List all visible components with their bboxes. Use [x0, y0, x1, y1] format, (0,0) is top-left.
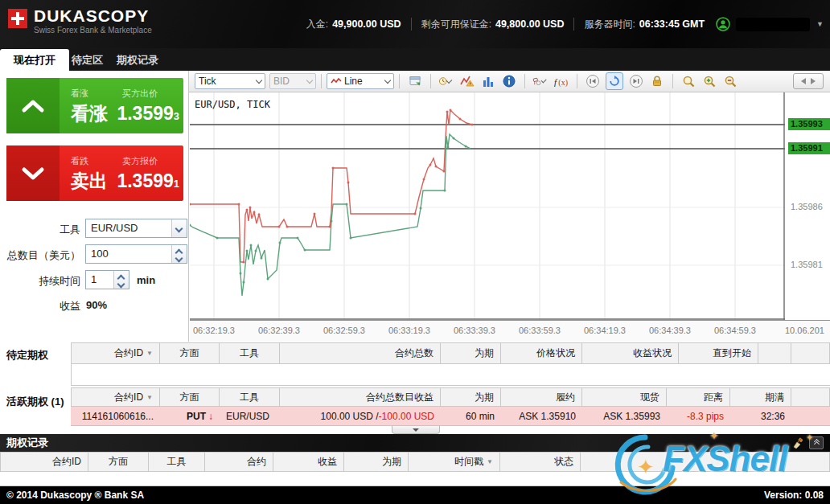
- table-header-cell[interactable]: 为期: [344, 452, 409, 472]
- server-time-value: 06:33:45 GMT: [639, 18, 705, 30]
- skip-back-icon[interactable]: [585, 73, 601, 89]
- clock-icon[interactable]: [438, 73, 454, 89]
- chevron-down-icon[interactable]: ▼: [816, 20, 824, 28]
- table-header-cell[interactable]: 状态: [500, 452, 581, 472]
- records-bar: 期权记录: [0, 434, 830, 452]
- table-header-cell[interactable]: 合约ID▼: [71, 387, 160, 407]
- data-point: [261, 257, 263, 260]
- data-point: [346, 203, 348, 206]
- loop-icon[interactable]: [606, 72, 623, 90]
- zoom-in-icon[interactable]: [701, 73, 717, 89]
- table-header-cell[interactable]: 合约ID▼: [71, 342, 160, 364]
- cell-expiry: 32:36: [730, 407, 791, 426]
- fx-icon[interactable]: f(x): [553, 73, 569, 89]
- new-window-icon[interactable]: [407, 73, 423, 89]
- period-select[interactable]: Tick: [195, 73, 265, 89]
- skip-forward-icon[interactable]: [628, 73, 644, 89]
- table-header-cell[interactable]: 期满: [730, 387, 791, 407]
- clear-icon[interactable]: [791, 437, 804, 449]
- chart-toolbar: Tick BID Line f(x): [189, 71, 830, 92]
- data-point: [423, 178, 425, 181]
- table-header-cell[interactable]: 直到开始: [679, 342, 758, 364]
- scroll-right-icon[interactable]: [811, 78, 816, 84]
- data-point: [243, 261, 245, 264]
- tab-option-records[interactable]: 期权记录: [103, 49, 172, 71]
- user-icon: [716, 17, 730, 31]
- duration-input[interactable]: 1: [85, 270, 129, 289]
- instrument-label: 工具: [0, 223, 80, 237]
- axis-time-label: 06:33:19.3: [376, 326, 443, 335]
- table-header-cell[interactable]: 合约总数目收益: [280, 387, 441, 407]
- data-point: [246, 250, 249, 252]
- table-header-cell[interactable]: 履约: [501, 387, 582, 407]
- chart-plot[interactable]: EUR/USD, TICK 1.359931.359911.359861.359…: [190, 92, 830, 320]
- payout-label: 收益: [0, 299, 80, 313]
- chevron-down-icon[interactable]: [171, 219, 187, 237]
- zoom-out-icon[interactable]: [722, 73, 738, 89]
- chart-type-select[interactable]: Line: [327, 73, 394, 89]
- duration-label: 持续时间: [0, 274, 80, 289]
- table-header-cell[interactable]: 距离: [667, 387, 730, 407]
- table-collapse-handle[interactable]: [392, 426, 440, 434]
- duration-stepper[interactable]: [113, 271, 129, 289]
- call-price-sub: 3: [174, 110, 179, 122]
- data-point: [255, 250, 257, 252]
- table-header-cell: [758, 342, 791, 364]
- axis-time-label: 06:34:39.3: [636, 326, 704, 335]
- current-price-label: 1.35993: [788, 118, 830, 130]
- axis-time-label: 06:32:59.3: [310, 326, 378, 335]
- chevron-up-icon: [6, 78, 60, 133]
- table-header-cell[interactable]: 合约ID: [0, 452, 88, 472]
- bar-chart-icon[interactable]: [480, 73, 496, 89]
- cell-amount-payout: 100.00 USD / -100.00 USD: [280, 407, 441, 426]
- zoom-original-icon[interactable]: [680, 73, 696, 89]
- table-header-cell[interactable]: 现货: [582, 387, 667, 407]
- toolbar-divider: [577, 74, 577, 88]
- call-price: 1.3599: [117, 103, 173, 125]
- pending-table-empty-row: [71, 364, 830, 386]
- amount-input[interactable]: 100: [85, 244, 187, 264]
- axis-price-label: 1.35981: [788, 259, 830, 271]
- dukascopy-logo: DUKASCOPY Swiss Forex Bank & Marketplace: [8, 7, 152, 35]
- active-option-row[interactable]: 114161060616...PUT↓EUR/USD100.00 USD / -…: [71, 407, 830, 426]
- lock-icon[interactable]: [649, 73, 665, 89]
- table-header-cell[interactable]: 工具: [220, 387, 280, 407]
- scroll-left-icon[interactable]: [801, 78, 806, 84]
- pending-section-title: 待定期权: [6, 348, 48, 363]
- table-header-cell[interactable]: 工具: [220, 342, 280, 364]
- side-select[interactable]: BID: [269, 73, 316, 89]
- chart-alert-icon[interactable]: [459, 73, 475, 89]
- table-header-cell[interactable]: 方面: [160, 387, 220, 407]
- redacted-username[interactable]: [736, 18, 810, 31]
- divider: [411, 18, 412, 31]
- data-point: [453, 137, 455, 140]
- chart-x-axis: 06:32:19.306:32:39.306:32:59.306:33:19.3…: [190, 320, 830, 342]
- put-button[interactable]: 看跌 卖方报价 卖出 1.3599 1: [6, 145, 183, 201]
- table-header-cell[interactable]: 方面: [88, 452, 149, 472]
- shapes-icon[interactable]: [532, 73, 549, 89]
- table-header-cell[interactable]: 收益: [273, 452, 344, 472]
- table-header-cell[interactable]: 时间戳▼: [409, 452, 500, 472]
- table-header-cell[interactable]: 工具: [149, 452, 205, 472]
- data-point: [332, 167, 335, 170]
- table-header-cell[interactable]: 合约: [205, 452, 273, 472]
- info-icon[interactable]: [501, 73, 517, 89]
- table-header-cell[interactable]: 价格状况: [501, 342, 582, 364]
- chart-scroll-buttons[interactable]: [793, 73, 824, 89]
- data-point: [249, 207, 252, 209]
- data-point: [238, 203, 240, 206]
- version-text: Version: 0.08: [764, 490, 824, 501]
- table-header-cell[interactable]: 为期: [441, 387, 501, 407]
- data-point: [250, 244, 253, 247]
- table-header-cell[interactable]: 方面: [160, 342, 220, 364]
- data-point: [216, 237, 219, 240]
- data-point: [190, 203, 191, 206]
- table-header-cell[interactable]: 为期: [441, 342, 501, 364]
- table-header-cell[interactable]: 收益状况: [582, 342, 679, 364]
- collapse-icon[interactable]: [809, 436, 824, 449]
- table-header-cell[interactable]: 合约总数: [280, 342, 441, 364]
- data-point: [350, 237, 352, 240]
- instrument-select[interactable]: EUR/USD: [85, 219, 187, 238]
- call-button[interactable]: 看涨 买方出价 看涨 1.3599 3: [6, 78, 183, 133]
- amount-stepper[interactable]: [171, 245, 187, 263]
